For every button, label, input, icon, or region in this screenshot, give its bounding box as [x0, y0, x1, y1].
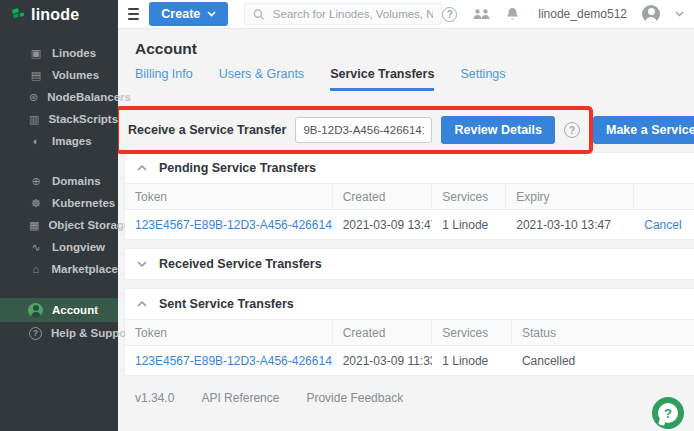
- collapse-chevron-up-icon: [137, 165, 147, 171]
- column-header-services: Services: [432, 320, 512, 345]
- tab-users-grants[interactable]: Users & Grants: [219, 67, 304, 91]
- stackscripts-icon: ▥: [29, 114, 39, 125]
- section-title: Sent Service Transfers: [159, 297, 294, 311]
- sidebar-item-label: Marketplace: [52, 263, 118, 275]
- linode-logo-icon: [10, 7, 26, 23]
- linode-logo[interactable]: linode: [0, 0, 118, 30]
- table-row: 123E4567-E89B-12D3-A456-426614174001 202…: [125, 346, 694, 375]
- tab-billing-info[interactable]: Billing Info: [135, 67, 193, 91]
- search-input[interactable]: [273, 8, 433, 20]
- sidebar: linode ▣ Linodes ▤ Volumes ⊛ NodeBalance…: [0, 0, 118, 431]
- object-storage-icon: ▦: [29, 220, 39, 231]
- sent-table-header: Token Created Services Status: [125, 319, 694, 346]
- main-area: Create ? linode_demo512 Account Billing …: [118, 0, 694, 431]
- account-person-icon: [28, 303, 43, 318]
- username-label[interactable]: linode_demo512: [538, 7, 627, 21]
- account-page: Account Billing Info Users & Grants Serv…: [118, 29, 694, 431]
- sidebar-item-longview[interactable]: ∿ Longview: [0, 236, 118, 258]
- transfer-actions-row: Receive a Service Transfer Review Detail…: [118, 107, 682, 153]
- user-menu-chevron-icon[interactable]: [675, 11, 684, 17]
- sidebar-item-label: Longview: [52, 241, 105, 253]
- review-details-button[interactable]: Review Details: [441, 116, 555, 144]
- column-header-status: Status: [512, 320, 694, 345]
- sidebar-item-marketplace[interactable]: ⌂ Marketplace: [0, 258, 118, 280]
- sidebar-item-volumes[interactable]: ▤ Volumes: [0, 64, 118, 86]
- sent-transfers-header[interactable]: Sent Service Transfers: [125, 289, 694, 319]
- sidebar-item-label: Account: [52, 304, 98, 316]
- column-header-token: Token: [125, 320, 333, 345]
- table-row: 123E4567-E89B-12D3-A456-426614174000 202…: [125, 210, 694, 239]
- sidebar-item-images[interactable]: ◐ Images: [0, 130, 118, 152]
- page-title: Account: [135, 40, 694, 58]
- pending-table-header: Token Created Services Expiry: [125, 183, 694, 210]
- sidebar-nav: ▣ Linodes ▤ Volumes ⊛ NodeBalancers ▥ St…: [0, 42, 118, 362]
- images-icon: ◐: [29, 136, 43, 147]
- global-search[interactable]: [244, 3, 442, 25]
- sidebar-item-help-support[interactable]: ? Help & Support: [0, 322, 118, 344]
- column-header-actions: [634, 184, 694, 209]
- section-title: Pending Service Transfers: [159, 161, 316, 175]
- linode-icon: ▣: [29, 48, 43, 59]
- created-cell: 2021-03-09 11:33: [333, 354, 433, 368]
- chevron-down-icon: [207, 11, 216, 17]
- status-cell: Cancelled: [512, 354, 694, 368]
- cancel-transfer-link[interactable]: Cancel: [644, 218, 681, 232]
- nodebalancers-icon: ⊛: [29, 92, 38, 103]
- received-transfers-header[interactable]: Received Service Transfers: [125, 249, 694, 279]
- linode-logo-text: linode: [31, 6, 79, 24]
- column-header-created: Created: [333, 184, 433, 209]
- sidebar-item-linodes[interactable]: ▣ Linodes: [0, 42, 118, 64]
- provide-feedback-link[interactable]: Provide Feedback: [306, 391, 403, 405]
- sidebar-item-label: Kubernetes: [52, 197, 115, 209]
- tab-settings[interactable]: Settings: [460, 67, 505, 91]
- collapse-chevron-up-icon: [137, 301, 147, 307]
- sidebar-item-label: Volumes: [52, 69, 99, 81]
- receive-transfer-highlight-annotation: Receive a Service Transfer Review Detail…: [118, 106, 593, 154]
- help-bubble-icon: ?: [658, 403, 678, 423]
- sidebar-item-stackscripts[interactable]: ▥ StackScripts: [0, 108, 118, 130]
- kubernetes-icon: ☸: [29, 198, 43, 209]
- api-reference-link[interactable]: API Reference: [201, 391, 279, 405]
- column-header-created: Created: [333, 320, 433, 345]
- user-avatar[interactable]: [642, 5, 660, 23]
- column-header-services: Services: [432, 184, 506, 209]
- cloud-manager-window: linode ▣ Linodes ▤ Volumes ⊛ NodeBalance…: [0, 0, 694, 431]
- column-header-expiry: Expiry: [506, 184, 634, 209]
- help-icon[interactable]: ?: [442, 7, 457, 22]
- received-transfers-card: Received Service Transfers: [125, 249, 694, 279]
- sidebar-item-nodebalancers[interactable]: ⊛ NodeBalancers: [0, 86, 118, 108]
- account-tabs: Billing Info Users & Grants Service Tran…: [135, 67, 694, 91]
- sidebar-item-object-storage[interactable]: ▦ Object Storage: [0, 214, 118, 236]
- marketplace-icon: ⌂: [29, 264, 43, 275]
- create-button[interactable]: Create: [149, 2, 228, 26]
- collapse-chevron-down-icon: [137, 261, 147, 267]
- volumes-icon: ▤: [29, 70, 43, 81]
- transfer-token-link[interactable]: 123E4567-E89B-12D3-A456-426614174001: [135, 354, 333, 368]
- help-chat-fab[interactable]: ?: [652, 397, 684, 429]
- menu-hamburger-icon[interactable]: [128, 8, 139, 20]
- question-circle-icon: ?: [29, 327, 42, 340]
- sidebar-item-label: Domains: [52, 175, 101, 187]
- notifications-bell-icon[interactable]: [506, 7, 519, 21]
- version-link[interactable]: v1.34.0: [135, 391, 174, 405]
- tab-service-transfers[interactable]: Service Transfers: [330, 67, 434, 91]
- section-title: Received Service Transfers: [159, 257, 322, 271]
- sidebar-item-kubernetes[interactable]: ☸ Kubernetes: [0, 192, 118, 214]
- make-service-transfer-button[interactable]: Make a Service Transfer: [593, 116, 694, 144]
- sidebar-item-label: Images: [52, 135, 92, 147]
- longview-icon: ∿: [29, 242, 43, 253]
- sidebar-item-account[interactable]: Account: [0, 298, 118, 322]
- topbar: Create ? linode_demo512: [118, 0, 694, 29]
- page-footer: v1.34.0 API Reference Provide Feedback: [135, 391, 694, 405]
- sidebar-item-label: StackScripts: [48, 113, 118, 125]
- services-cell: 1 Linode: [432, 354, 512, 368]
- transfer-token-input[interactable]: [295, 117, 432, 143]
- pending-transfers-header[interactable]: Pending Service Transfers: [125, 153, 694, 183]
- create-button-label: Create: [161, 7, 200, 21]
- token-help-icon[interactable]: ?: [564, 122, 580, 138]
- sidebar-item-domains[interactable]: ⊕ Domains: [0, 170, 118, 192]
- community-icon[interactable]: [472, 8, 491, 21]
- services-cell: 1 Linode: [432, 218, 506, 232]
- column-header-token: Token: [125, 184, 333, 209]
- transfer-token-link[interactable]: 123E4567-E89B-12D3-A456-426614174000: [135, 218, 333, 232]
